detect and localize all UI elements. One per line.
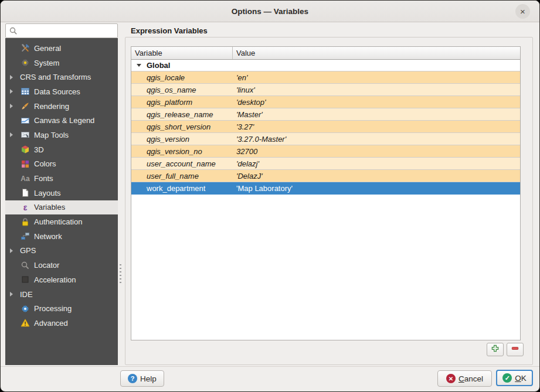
sidebar-item-label: Layouts	[34, 189, 61, 197]
table-row[interactable]: user_full_name 'DelazJ'	[131, 170, 520, 182]
sidebar-item-label: Fonts	[34, 174, 53, 183]
sidebar-item-general[interactable]: General	[5, 41, 118, 56]
expand-arrow-icon	[10, 292, 13, 296]
sidebar-item-colors[interactable]: Colors	[5, 157, 118, 172]
table-row-selected[interactable]: work_department 'Map Laboratory'	[131, 182, 520, 195]
group-label: Global	[147, 61, 170, 70]
cancel-button[interactable]: ✕ Cancel	[437, 370, 492, 387]
ok-button[interactable]: ✓ OK	[496, 370, 533, 386]
sidebar-item-crs-and-transforms[interactable]: CRS and Transforms	[5, 70, 118, 84]
map-canvas-icon	[20, 116, 30, 125]
expand-arrow-icon	[10, 75, 13, 80]
settings-search	[5, 23, 118, 38]
add-variable-button[interactable]	[487, 343, 504, 356]
table-header: Variable Value	[131, 47, 520, 60]
variable-name: qgis_version_no	[131, 147, 233, 156]
sidebar-item-label: GPS	[20, 246, 36, 255]
sidebar-item-gps[interactable]: GPS	[5, 244, 118, 258]
sidebar-item-label: Colors	[34, 159, 56, 168]
sidebar-item-label: Canvas & Legend	[34, 116, 94, 125]
collapse-arrow-icon[interactable]	[137, 64, 141, 67]
sidebar-item-fonts[interactable]: Aa Fonts	[5, 171, 118, 186]
sidebar-item-acceleration[interactable]: Acceleration	[5, 272, 118, 287]
close-icon[interactable]: ×	[515, 4, 530, 19]
sidebar-item-rendering[interactable]: Rendering	[5, 99, 118, 114]
expand-arrow-icon	[10, 132, 13, 137]
sidebar-item-variables[interactable]: ε Variables	[5, 200, 118, 215]
variable-name: work_department	[131, 184, 233, 193]
acceleration-icon	[20, 275, 30, 284]
options-dialog: Options — Variables × General System CRS…	[0, 0, 540, 392]
gear-icon	[20, 58, 30, 67]
sidebar-item-label: Network	[34, 232, 62, 241]
paintbrush-icon	[20, 101, 30, 111]
sidebar-item-label: Data Sources	[34, 87, 80, 96]
variable-value: '3.27.0-Master'	[233, 135, 286, 144]
sidebar-item-label: Variables	[34, 203, 65, 212]
variable-name: qgis_os_name	[131, 86, 233, 94]
variable-value: 'en'	[233, 73, 247, 82]
table-row[interactable]: qgis_platform 'desktop'	[131, 96, 520, 108]
help-button[interactable]: ? Help	[120, 370, 164, 387]
processing-gear-icon	[20, 304, 30, 313]
sidebar-item-label: Processing	[34, 304, 72, 313]
table-row[interactable]: qgis_release_name 'Master'	[131, 108, 520, 121]
variable-value: '3.27'	[233, 122, 254, 131]
column-header-variable[interactable]: Variable	[131, 47, 233, 59]
table-row[interactable]: qgis_short_version '3.27'	[131, 121, 520, 133]
footer-separator	[1, 366, 539, 367]
sidebar-item-label: Locator	[34, 261, 59, 270]
remove-variable-button[interactable]	[507, 343, 524, 356]
sidebar-item-processing[interactable]: Processing	[5, 301, 118, 316]
variable-name: user_account_name	[131, 159, 233, 168]
sidebar-item-canvas-legend[interactable]: Canvas & Legend	[5, 113, 118, 128]
table-icon	[20, 87, 30, 96]
sidebar-item-data-sources[interactable]: Data Sources	[5, 84, 118, 99]
sidebar-item-ide[interactable]: IDE	[5, 287, 118, 302]
variable-name: qgis_locale	[131, 73, 233, 82]
tools-icon	[20, 43, 30, 53]
table-row[interactable]: qgis_version '3.27.0-Master'	[131, 133, 520, 145]
variable-value: 'Map Laboratory'	[233, 184, 293, 193]
variable-value: 'linux'	[233, 86, 255, 94]
table-row[interactable]: user_account_name 'delazj'	[131, 158, 520, 170]
table-row[interactable]: qgis_version_no 32700	[131, 145, 520, 158]
variable-name: qgis_platform	[131, 98, 233, 107]
group-row-global[interactable]: Global	[131, 60, 520, 71]
sidebar-item-advanced[interactable]: Advanced	[5, 316, 118, 330]
expand-arrow-icon	[10, 104, 13, 108]
cube-3d-icon	[20, 145, 30, 154]
column-header-value[interactable]: Value	[233, 47, 259, 59]
sidebar-item-label: Rendering	[34, 102, 69, 111]
ok-icon: ✓	[502, 373, 512, 383]
table-row[interactable]: qgis_locale 'en'	[131, 71, 520, 84]
sidebar-item-label: Advanced	[34, 319, 68, 328]
sidebar-item-network[interactable]: Network	[5, 229, 118, 244]
sidebar-item-layouts[interactable]: Layouts	[5, 186, 118, 200]
variable-name: qgis_version	[131, 135, 233, 144]
search-icon	[8, 26, 19, 36]
variable-value: 32700	[233, 147, 257, 156]
expand-arrow-icon	[10, 248, 13, 253]
sidebar-item-system[interactable]: System	[5, 56, 118, 70]
sidebar-item-map-tools[interactable]: Map Tools	[5, 128, 118, 142]
splitter-handle[interactable]	[120, 264, 121, 284]
variable-value: 'delazj'	[233, 159, 259, 168]
expand-arrow-icon	[10, 89, 13, 94]
sidebar-item-3d[interactable]: 3D	[5, 142, 118, 157]
table-row[interactable]: qgis_os_name 'linux'	[131, 84, 520, 96]
sidebar-item-label: Authentication	[34, 217, 82, 226]
map-tools-icon	[20, 130, 30, 139]
sidebar-item-authentication[interactable]: Authentication	[5, 214, 118, 229]
search-input[interactable]	[22, 26, 117, 35]
variable-value: 'desktop'	[233, 98, 266, 107]
variable-name: user_full_name	[131, 172, 233, 180]
sidebar-item-label: System	[34, 59, 59, 67]
sidebar-item-label: 3D	[34, 145, 44, 154]
page-icon	[20, 188, 30, 197]
sidebar-item-locator[interactable]: Locator	[5, 258, 118, 272]
network-icon	[20, 231, 30, 241]
color-swatches-icon	[20, 159, 30, 169]
sidebar-item-label: CRS and Transforms	[20, 73, 91, 81]
variable-value: 'DelazJ'	[233, 172, 263, 180]
